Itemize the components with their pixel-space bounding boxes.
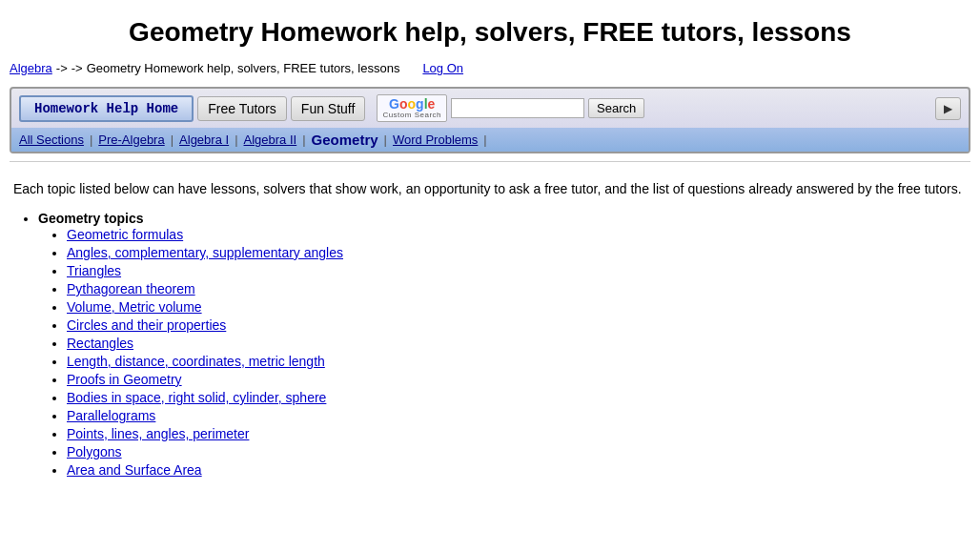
topics-header: Geometry topics (38, 211, 143, 226)
google-e: e (428, 97, 436, 111)
list-item: Proofs in Geometry (67, 372, 967, 388)
nav-section-word-problems[interactable]: Word Problems (393, 133, 478, 147)
topic-angles[interactable]: Angles, complementary, supplementary ang… (67, 245, 343, 260)
breadcrumb-current: Geometry Homework help, solvers, FREE tu… (87, 61, 400, 75)
nav-section-algebra-i[interactable]: Algebra I (179, 133, 229, 147)
nav-top-row: Homework Help Home Free Tutors Fun Stuff… (11, 89, 969, 128)
homework-help-button[interactable]: Homework Help Home (19, 95, 194, 122)
fun-stuff-button[interactable]: Fun Stuff (291, 96, 366, 121)
list-item: Circles and their properties (67, 317, 967, 334)
list-item: Rectangles (67, 336, 967, 352)
search-button[interactable]: Search (588, 98, 644, 118)
topic-pythagorean[interactable]: Pythagorean theorem (67, 281, 195, 296)
topic-proofs[interactable]: Proofs in Geometry (67, 372, 182, 387)
nav-box: Homework Help Home Free Tutors Fun Stuff… (10, 87, 970, 153)
nav-sections-row: All Sections | Pre-Algebra | Algebra I |… (11, 128, 969, 152)
nav-section-geometry[interactable]: Geometry (312, 132, 378, 148)
nav-section-algebra-ii[interactable]: Algebra II (244, 133, 297, 147)
google-o1: o (399, 97, 408, 111)
breadcrumb-sep1: -> (56, 61, 68, 75)
list-item-topics-header: Geometry topics Geometric formulas Angle… (38, 211, 967, 479)
topic-circles[interactable]: Circles and their properties (67, 317, 226, 333)
divider (10, 161, 970, 162)
list-item: Parallelograms (67, 408, 967, 424)
google-g: G (389, 97, 399, 111)
topic-rectangles[interactable]: Rectangles (67, 336, 133, 351)
list-item: Volume, Metric volume (67, 299, 967, 316)
topic-polygons[interactable]: Polygons (67, 444, 122, 459)
topic-points[interactable]: Points, lines, angles, perimeter (67, 426, 249, 441)
list-item: Triangles (67, 263, 967, 279)
page-title: Geometry Homework help, solvers, FREE tu… (0, 0, 980, 57)
nav-section-all-sections[interactable]: All Sections (19, 133, 84, 147)
topic-geometric-formulas[interactable]: Geometric formulas (67, 227, 183, 242)
topic-parallelograms[interactable]: Parallelograms (67, 408, 155, 423)
google-custom-search-logo: Google Custom Search (377, 94, 447, 122)
intro-text: Each topic listed below can have lessons… (13, 179, 967, 199)
list-item: Geometric formulas (67, 227, 967, 243)
list-item: Angles, complementary, supplementary ang… (67, 245, 967, 261)
breadcrumb: Algebra -> -> Geometry Homework help, so… (0, 57, 980, 81)
free-tutors-button[interactable]: Free Tutors (197, 96, 287, 121)
google-custom-text: Custom Search (382, 111, 441, 119)
google-g2: g (416, 97, 424, 111)
topics-list: Geometric formulas Angles, complementary… (67, 227, 967, 479)
search-area: Google Custom Search Search (377, 94, 644, 122)
topic-volume[interactable]: Volume, Metric volume (67, 299, 202, 315)
nav-section-pre-algebra[interactable]: Pre-Algebra (98, 133, 164, 147)
breadcrumb-logon-link[interactable]: Log On (422, 61, 463, 75)
breadcrumb-algebra-link[interactable]: Algebra (10, 61, 52, 75)
breadcrumb-sep2: -> (71, 61, 83, 75)
list-item: Polygons (67, 444, 967, 460)
topic-length[interactable]: Length, distance, coordinates, metric le… (67, 354, 325, 369)
list-item: Area and Surface Area (67, 462, 967, 479)
corner-button[interactable]: ▶ (935, 97, 961, 120)
topic-triangles[interactable]: Triangles (67, 263, 121, 278)
topic-area[interactable]: Area and Surface Area (67, 462, 202, 478)
search-input[interactable] (451, 98, 584, 118)
topics-section: Geometry topics Geometric formulas Angle… (29, 211, 967, 479)
list-item: Points, lines, angles, perimeter (67, 426, 967, 442)
topic-bodies[interactable]: Bodies in space, right solid, cylinder, … (67, 390, 326, 405)
list-item: Bodies in space, right solid, cylinder, … (67, 390, 967, 406)
list-item: Pythagorean theorem (67, 281, 967, 297)
list-item: Length, distance, coordinates, metric le… (67, 354, 967, 370)
google-o2: o (408, 97, 417, 111)
